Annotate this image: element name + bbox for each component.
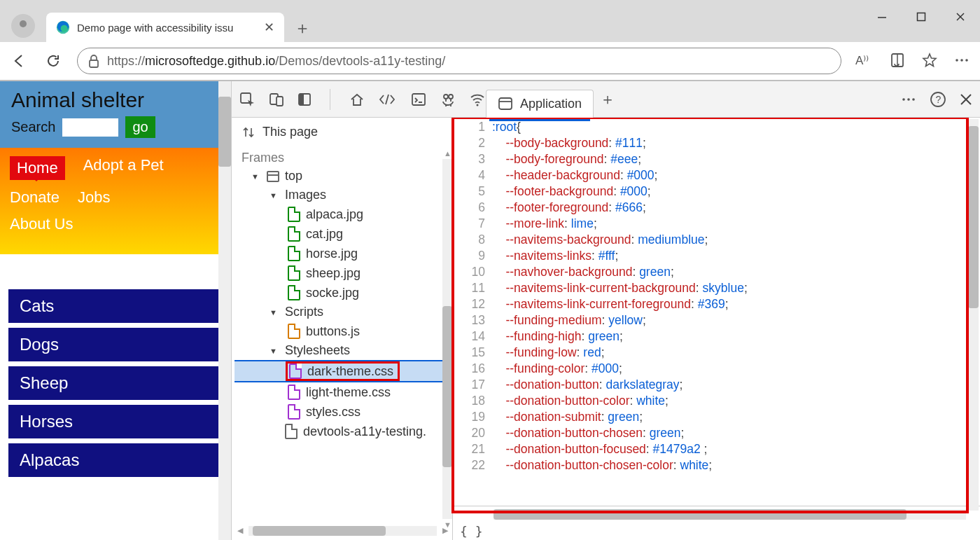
tree-file[interactable]: cat.jpg (234, 224, 449, 244)
rendered-page: Animal shelter Search go Home Adopt a Pe… (0, 81, 231, 540)
tree-file[interactable]: socke.jpg (234, 283, 449, 303)
tree-scrollbar-vertical[interactable]: ▲▼ (442, 159, 452, 519)
tree-file[interactable]: alpaca.jpg (234, 205, 449, 224)
source-viewer: 12345678910111213141516171819202122 :roo… (453, 118, 980, 540)
braces-footer[interactable]: { } (453, 522, 980, 540)
file-icon (289, 364, 302, 379)
tree-html-file[interactable]: devtools-a11y-testing. (234, 422, 449, 441)
profile-icon[interactable] (11, 14, 35, 38)
this-page-label[interactable]: This page (262, 125, 318, 139)
tree-stylesheets[interactable]: ▼Stylesheets (234, 341, 449, 360)
tree-file[interactable]: sheep.jpg (234, 263, 449, 283)
minimize-button[interactable] (862, 0, 902, 34)
lock-icon (88, 54, 100, 68)
devtools-more-icon[interactable] (900, 91, 917, 108)
svg-point-10 (960, 59, 963, 62)
code-content[interactable]: :root{ --body-background: #111; --body-f… (492, 118, 980, 506)
sidebar-item-dogs[interactable]: Dogs (8, 328, 223, 361)
frame-icon (267, 171, 279, 182)
nav-home[interactable]: Home (10, 156, 65, 180)
elements-icon[interactable] (378, 91, 398, 108)
close-icon[interactable]: ✕ (264, 20, 274, 35)
tree-images[interactable]: ▼Images (234, 186, 449, 205)
sources-icon[interactable] (440, 91, 456, 108)
browser-tab[interactable]: Demo page with accessibility issu ✕ (46, 13, 284, 42)
application-sidebar: This page Frames ▼top ▼Images alpaca.jpg… (232, 118, 453, 540)
search-input[interactable] (62, 118, 118, 137)
devtools-close-icon[interactable] (959, 92, 973, 106)
close-window-button[interactable] (941, 0, 980, 34)
svg-rect-21 (499, 98, 512, 109)
code-scrollbar-vertical[interactable] (968, 119, 979, 511)
inspect-icon[interactable] (239, 91, 255, 108)
sidebar-item-horses[interactable]: Horses (8, 405, 223, 438)
file-icon (285, 424, 298, 439)
address-bar[interactable]: https://microsoftedge.github.io/Demos/de… (77, 48, 841, 74)
back-button[interactable] (10, 51, 29, 71)
tree-file-selected[interactable]: dark-theme.css (234, 360, 449, 382)
svg-rect-16 (299, 94, 304, 105)
nav-about[interactable]: About Us (10, 215, 74, 233)
tree-scrollbar-horizontal[interactable]: ◀▶ (248, 526, 437, 536)
tree-top[interactable]: ▼top (234, 167, 449, 186)
svg-rect-6 (90, 60, 98, 67)
svg-rect-3 (918, 13, 925, 21)
devtools-tabbar: Application ＋ ? (232, 81, 980, 118)
nav-jobs[interactable]: Jobs (78, 188, 110, 207)
file-icon (288, 226, 300, 242)
url-text: https://microsoftedge.github.io/Demos/de… (107, 54, 445, 69)
code-scrollbar-horizontal[interactable] (493, 509, 966, 520)
svg-text:A⁾⁾: A⁾⁾ (855, 54, 869, 67)
go-button[interactable]: go (125, 116, 155, 138)
tab-application[interactable]: Application (486, 90, 594, 118)
new-tab-button[interactable]: ＋ (288, 14, 316, 42)
read-aloud-icon[interactable]: A⁾⁾ (855, 52, 874, 70)
svg-point-11 (965, 59, 968, 62)
tab-title: Demo page with accessibility issu (77, 22, 257, 34)
edge-logo-icon (56, 20, 70, 34)
tree-file[interactable]: light-theme.css (234, 382, 449, 402)
welcome-icon[interactable] (349, 91, 365, 108)
sidebar-item-sheep[interactable]: Sheep (8, 366, 223, 400)
line-numbers: 12345678910111213141516171819202122 (453, 118, 492, 506)
main-nav: Home Adopt a Pet Donate Jobs About Us (0, 148, 231, 254)
page-title: Animal shelter (11, 88, 220, 112)
sidebar-item-cats[interactable]: Cats (8, 289, 223, 323)
reader-icon[interactable] (889, 52, 906, 69)
file-icon (288, 404, 300, 420)
tree-scripts[interactable]: ▼Scripts (234, 303, 449, 321)
help-icon[interactable]: ? (930, 91, 946, 108)
file-icon (288, 385, 300, 400)
search-label: Search (11, 119, 55, 135)
nav-donate[interactable]: Donate (10, 188, 59, 207)
tree-file[interactable]: horse.jpg (234, 244, 449, 263)
page-scrollbar[interactable] (218, 81, 231, 540)
sort-icon[interactable] (241, 125, 255, 139)
file-icon (288, 285, 300, 300)
console-icon[interactable] (410, 91, 427, 108)
svg-point-9 (955, 59, 958, 62)
svg-point-20 (477, 104, 479, 106)
network-icon[interactable] (469, 91, 486, 108)
svg-point-1 (61, 25, 68, 32)
tree-file[interactable]: buttons.js (234, 321, 449, 341)
refresh-button[interactable] (43, 51, 63, 71)
maximize-button[interactable] (902, 0, 941, 34)
tree-file[interactable]: styles.css (234, 402, 449, 422)
more-icon[interactable] (953, 52, 970, 69)
favorite-icon[interactable] (921, 52, 938, 69)
new-devtools-tab[interactable]: ＋ (594, 89, 622, 110)
sidebar-item-alpacas[interactable]: Alpacas (8, 443, 223, 477)
frames-label: Frames (234, 146, 449, 167)
device-icon[interactable] (268, 91, 285, 108)
svg-point-24 (907, 98, 910, 101)
devtools: Application ＋ ? This page Frames ▼top ▼I… (231, 81, 980, 540)
dock-icon[interactable] (298, 91, 312, 108)
nav-adopt[interactable]: Adopt a Pet (83, 156, 164, 180)
svg-rect-17 (412, 94, 425, 105)
application-icon (498, 97, 513, 111)
file-icon (288, 324, 300, 339)
file-icon (288, 246, 300, 261)
svg-rect-14 (276, 97, 283, 106)
svg-point-18 (444, 95, 448, 99)
